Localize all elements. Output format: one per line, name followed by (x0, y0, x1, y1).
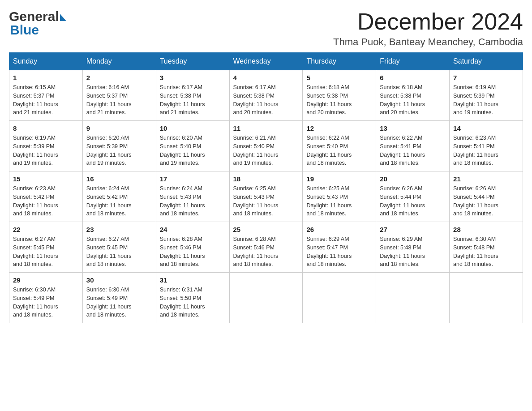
day-number: 15 (13, 175, 79, 183)
logo-arrow-icon (60, 14, 66, 21)
calendar-cell: 27 Sunrise: 6:29 AM Sunset: 5:48 PM Dayl… (376, 222, 450, 273)
calendar-week-1: 1 Sunrise: 6:15 AM Sunset: 5:37 PM Dayli… (9, 70, 523, 121)
calendar-cell: 9 Sunrise: 6:20 AM Sunset: 5:39 PM Dayli… (82, 121, 156, 171)
day-number: 17 (160, 175, 226, 183)
day-info: Sunrise: 6:28 AM Sunset: 5:46 PM Dayligh… (233, 235, 299, 269)
day-number: 19 (306, 175, 372, 183)
calendar-cell: 10 Sunrise: 6:20 AM Sunset: 5:40 PM Dayl… (156, 121, 229, 171)
day-info: Sunrise: 6:27 AM Sunset: 5:45 PM Dayligh… (86, 235, 152, 269)
day-number: 24 (160, 226, 226, 233)
day-info: Sunrise: 6:28 AM Sunset: 5:46 PM Dayligh… (160, 235, 226, 269)
logo-general-text: General (9, 9, 59, 24)
calendar-cell (303, 273, 376, 323)
calendar-cell: 13 Sunrise: 6:22 AM Sunset: 5:41 PM Dayl… (376, 121, 450, 171)
calendar-cell: 1 Sunrise: 6:15 AM Sunset: 5:37 PM Dayli… (9, 70, 83, 121)
day-number: 2 (86, 74, 152, 81)
day-number: 13 (380, 124, 446, 132)
calendar-cell (376, 273, 450, 323)
day-info: Sunrise: 6:23 AM Sunset: 5:41 PM Dayligh… (453, 134, 519, 167)
day-info: Sunrise: 6:16 AM Sunset: 5:37 PM Dayligh… (86, 83, 152, 117)
day-number: 16 (86, 175, 152, 183)
calendar-cell: 17 Sunrise: 6:24 AM Sunset: 5:43 PM Dayl… (156, 171, 229, 222)
day-info: Sunrise: 6:18 AM Sunset: 5:38 PM Dayligh… (306, 83, 372, 117)
day-number: 4 (233, 74, 299, 81)
calendar-cell: 30 Sunrise: 6:30 AM Sunset: 5:49 PM Dayl… (82, 273, 156, 323)
day-number: 27 (380, 226, 446, 233)
day-number: 12 (306, 124, 372, 132)
day-number: 11 (233, 124, 299, 132)
col-saturday: Saturday (450, 53, 523, 70)
day-info: Sunrise: 6:29 AM Sunset: 5:47 PM Dayligh… (306, 235, 372, 269)
calendar-week-3: 15 Sunrise: 6:23 AM Sunset: 5:42 PM Dayl… (9, 171, 523, 222)
day-number: 21 (453, 175, 519, 183)
day-info: Sunrise: 6:17 AM Sunset: 5:38 PM Dayligh… (233, 83, 299, 117)
calendar-cell: 7 Sunrise: 6:19 AM Sunset: 5:39 PM Dayli… (450, 70, 523, 121)
col-monday: Monday (82, 53, 156, 70)
calendar-cell: 16 Sunrise: 6:24 AM Sunset: 5:42 PM Dayl… (82, 171, 156, 222)
day-info: Sunrise: 6:26 AM Sunset: 5:44 PM Dayligh… (453, 184, 519, 218)
title-area: December 2024 Thma Puok, Banteay Meanche… (333, 9, 523, 48)
calendar-cell: 8 Sunrise: 6:19 AM Sunset: 5:39 PM Dayli… (9, 121, 83, 171)
day-info: Sunrise: 6:31 AM Sunset: 5:50 PM Dayligh… (160, 286, 226, 319)
calendar-cell: 19 Sunrise: 6:25 AM Sunset: 5:43 PM Dayl… (303, 171, 376, 222)
day-number: 1 (13, 74, 79, 81)
day-info: Sunrise: 6:25 AM Sunset: 5:43 PM Dayligh… (233, 184, 299, 218)
day-info: Sunrise: 6:23 AM Sunset: 5:42 PM Dayligh… (13, 184, 79, 218)
calendar-cell: 5 Sunrise: 6:18 AM Sunset: 5:38 PM Dayli… (303, 70, 376, 121)
day-number: 8 (13, 124, 79, 132)
col-friday: Friday (376, 53, 450, 70)
day-number: 29 (13, 276, 79, 284)
col-wednesday: Wednesday (229, 53, 303, 70)
calendar-week-4: 22 Sunrise: 6:27 AM Sunset: 5:45 PM Dayl… (9, 222, 523, 273)
calendar-cell: 4 Sunrise: 6:17 AM Sunset: 5:38 PM Dayli… (229, 70, 303, 121)
calendar-cell (450, 273, 523, 323)
day-number: 9 (86, 124, 152, 132)
day-info: Sunrise: 6:22 AM Sunset: 5:40 PM Dayligh… (306, 134, 372, 167)
calendar-cell: 31 Sunrise: 6:31 AM Sunset: 5:50 PM Dayl… (156, 273, 229, 323)
day-number: 20 (380, 175, 446, 183)
header: General Blue December 2024 Thma Puok, Ba… (9, 9, 523, 48)
location-subtitle: Thma Puok, Banteay Meanchey, Cambodia (333, 36, 523, 48)
day-info: Sunrise: 6:20 AM Sunset: 5:39 PM Dayligh… (86, 134, 152, 167)
calendar-cell: 28 Sunrise: 6:30 AM Sunset: 5:48 PM Dayl… (450, 222, 523, 273)
calendar-week-5: 29 Sunrise: 6:30 AM Sunset: 5:49 PM Dayl… (9, 273, 523, 323)
day-info: Sunrise: 6:21 AM Sunset: 5:40 PM Dayligh… (233, 134, 299, 167)
day-info: Sunrise: 6:26 AM Sunset: 5:44 PM Dayligh… (380, 184, 446, 218)
day-number: 31 (160, 276, 226, 284)
calendar-cell (229, 273, 303, 323)
day-number: 5 (306, 74, 372, 81)
day-info: Sunrise: 6:30 AM Sunset: 5:49 PM Dayligh… (86, 286, 152, 319)
month-title: December 2024 (333, 9, 523, 34)
day-number: 23 (86, 226, 152, 233)
calendar-cell: 20 Sunrise: 6:26 AM Sunset: 5:44 PM Dayl… (376, 171, 450, 222)
calendar-week-2: 8 Sunrise: 6:19 AM Sunset: 5:39 PM Dayli… (9, 121, 523, 171)
day-info: Sunrise: 6:30 AM Sunset: 5:49 PM Dayligh… (13, 286, 79, 319)
day-info: Sunrise: 6:17 AM Sunset: 5:38 PM Dayligh… (160, 83, 226, 117)
day-number: 10 (160, 124, 226, 132)
day-number: 6 (380, 74, 446, 81)
col-thursday: Thursday (303, 53, 376, 70)
day-info: Sunrise: 6:19 AM Sunset: 5:39 PM Dayligh… (453, 83, 519, 117)
day-number: 18 (233, 175, 299, 183)
day-info: Sunrise: 6:18 AM Sunset: 5:38 PM Dayligh… (380, 83, 446, 117)
day-info: Sunrise: 6:22 AM Sunset: 5:41 PM Dayligh… (380, 134, 446, 167)
calendar-cell: 15 Sunrise: 6:23 AM Sunset: 5:42 PM Dayl… (9, 171, 83, 222)
day-info: Sunrise: 6:30 AM Sunset: 5:48 PM Dayligh… (453, 235, 519, 269)
calendar-cell: 23 Sunrise: 6:27 AM Sunset: 5:45 PM Dayl… (82, 222, 156, 273)
day-number: 7 (453, 74, 519, 81)
calendar-cell: 18 Sunrise: 6:25 AM Sunset: 5:43 PM Dayl… (229, 171, 303, 222)
day-info: Sunrise: 6:27 AM Sunset: 5:45 PM Dayligh… (13, 235, 79, 269)
day-info: Sunrise: 6:24 AM Sunset: 5:42 PM Dayligh… (86, 184, 152, 218)
day-info: Sunrise: 6:19 AM Sunset: 5:39 PM Dayligh… (13, 134, 79, 167)
day-number: 30 (86, 276, 152, 284)
calendar-cell: 6 Sunrise: 6:18 AM Sunset: 5:38 PM Dayli… (376, 70, 450, 121)
calendar-cell: 24 Sunrise: 6:28 AM Sunset: 5:46 PM Dayl… (156, 222, 229, 273)
logo-blue-text: Blue (10, 22, 39, 38)
day-number: 28 (453, 226, 519, 233)
calendar-cell: 21 Sunrise: 6:26 AM Sunset: 5:44 PM Dayl… (450, 171, 523, 222)
day-info: Sunrise: 6:15 AM Sunset: 5:37 PM Dayligh… (13, 83, 79, 117)
day-number: 26 (306, 226, 372, 233)
day-number: 22 (13, 226, 79, 233)
calendar-header-row: Sunday Monday Tuesday Wednesday Thursday… (9, 53, 523, 70)
calendar-cell: 12 Sunrise: 6:22 AM Sunset: 5:40 PM Dayl… (303, 121, 376, 171)
